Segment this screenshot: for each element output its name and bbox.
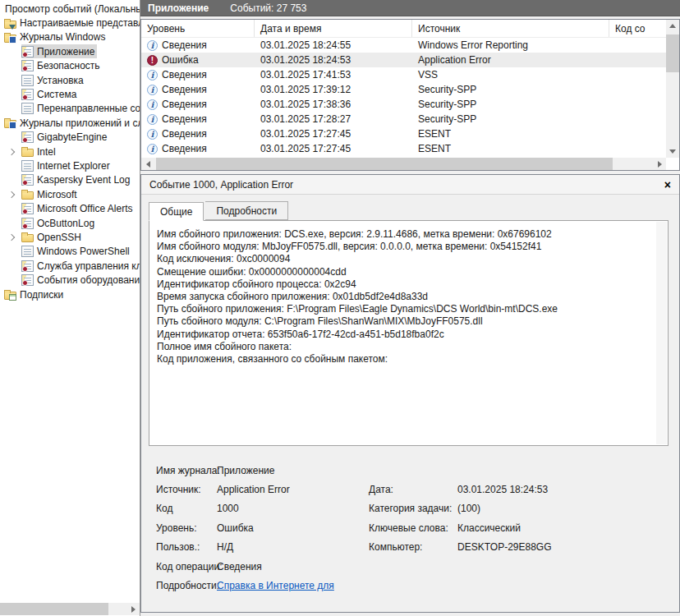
close-icon[interactable]: ×	[664, 179, 671, 191]
tab-details[interactable]: Подробности	[205, 201, 288, 220]
up-arrow-icon	[669, 24, 676, 28]
tree-item-hardware-events[interactable]: События оборудования	[0, 273, 140, 287]
property-label: Ключевые слова:	[369, 522, 457, 534]
details-title: Событие 1000, Application Error	[149, 179, 664, 191]
tree-item-setup-log[interactable]: Установка	[0, 73, 140, 87]
property-label: Имя журнала:	[156, 465, 217, 476]
description-line: Код приложения, связанного со сбойным па…	[157, 353, 648, 365]
tree-item-apps-services-logs[interactable]: Журналы приложений и сл	[0, 116, 140, 130]
event-list-header: Уровень Дата и время Источник Код со	[141, 20, 679, 38]
property-value: Классический	[457, 522, 679, 534]
event-row-selected[interactable]: Ошибка 03.01.2025 18:24:53 Application E…	[141, 53, 679, 67]
tab-general[interactable]: Общие	[149, 202, 204, 221]
chevron-right-icon[interactable]	[7, 190, 16, 200]
event-row[interactable]: Сведения 03.01.2025 17:41:53 VSS	[141, 67, 679, 82]
tree-item-ocbuttonlog[interactable]: OcButtonLog	[0, 216, 140, 230]
event-log-icon	[21, 75, 34, 86]
tree-item-microsoft-office-alerts[interactable]: Microsoft Office Alerts	[0, 201, 140, 215]
event-list-vertical-scrollbar[interactable]	[666, 20, 679, 158]
sidebar-horizontal-scrollbar[interactable]	[0, 603, 140, 615]
tree-item-application-log[interactable]: Приложение	[0, 44, 140, 58]
chevron-right-icon[interactable]	[7, 232, 16, 242]
event-count: Событий: 27 753	[230, 2, 306, 14]
property-label: Код операции:	[156, 561, 217, 572]
description-line: Полное имя сбойного пакета:	[157, 341, 648, 353]
scroll-down-arrow[interactable]	[666, 145, 679, 158]
custom-views-icon	[4, 21, 16, 29]
event-row[interactable]: Сведения 03.01.2025 17:27:45 ESENT	[141, 141, 679, 156]
folder-icon	[21, 191, 34, 200]
console-tree-sidebar: Просмотр событий (Локальнь Настраиваемые…	[0, 0, 140, 616]
tree-item-internet-explorer[interactable]: Internet Explorer	[0, 159, 140, 172]
description-line: Имя сбойного модуля: MbJoyFF0575.dll, ве…	[157, 241, 648, 253]
property-value: Ошибка	[217, 522, 369, 534]
windows-logs-icon	[4, 34, 16, 43]
scrollbar-thumb[interactable]	[0, 603, 108, 615]
information-icon	[147, 40, 158, 51]
tree-item-key-management-service[interactable]: Служба управления клю	[0, 259, 140, 273]
property-row: Уровень: Ошибка Ключевые слова: Классиче…	[156, 518, 679, 537]
event-properties: Имя журнала: Приложение Источник: Applic…	[141, 453, 679, 612]
event-row[interactable]: Сведения 03.01.2025 17:27:45 ESENT	[141, 126, 679, 141]
event-description-box[interactable]: Имя сбойного приложения: DCS.exe, версия…	[149, 220, 669, 446]
description-line: Код исключения: 0xc0000094	[157, 253, 648, 265]
property-value: Сведения	[217, 561, 369, 572]
information-icon	[147, 114, 158, 125]
property-value: 1000	[217, 503, 369, 514]
property-row: Код операции: Сведения	[156, 557, 679, 576]
property-row: Подробности: Справка в Интернете для	[156, 576, 679, 595]
event-log-icon	[21, 103, 34, 114]
event-row[interactable]: Сведения 03.01.2025 18:24:55 Windows Err…	[141, 38, 679, 53]
scroll-right-arrow[interactable]	[126, 603, 140, 615]
property-row: Имя журнала: Приложение	[156, 461, 679, 480]
description-line: Идентификатор отчета: 653f50a6-17f2-42cd…	[157, 329, 648, 341]
information-icon	[147, 129, 158, 140]
tree-item-kaspersky-event-log[interactable]: Kaspersky Event Log	[0, 173, 140, 187]
event-list-pane: Уровень Дата и время Источник Код со Све…	[140, 19, 680, 171]
event-log-icon	[21, 160, 34, 172]
information-icon	[147, 99, 158, 110]
tree-root-event-viewer[interactable]: Просмотр событий (Локальнь	[0, 2, 140, 16]
online-help-link[interactable]: Справка в Интернете для	[217, 580, 369, 591]
error-icon	[147, 55, 158, 66]
property-row: Код 1000 Категория задачи: (100)	[156, 499, 679, 518]
tree-item-forwarded-events[interactable]: Перенаправленные соб	[0, 102, 140, 116]
tree-item-microsoft[interactable]: Microsoft	[0, 187, 140, 201]
property-row: Источник: Application Error Дата: 03.01.…	[156, 480, 679, 499]
details-header: Событие 1000, Application Error ×	[141, 175, 679, 195]
tree-item-windows-logs[interactable]: Журналы Windows	[0, 30, 140, 44]
event-log-icon	[21, 246, 34, 257]
tree-root-label: Просмотр событий (Локальнь	[2, 3, 140, 15]
description-line: Идентификатор сбойного процесса: 0x2c94	[157, 278, 648, 291]
tree-item-subscriptions[interactable]: Подписки	[0, 287, 140, 301]
tree-item-security-log[interactable]: Безопасность	[0, 59, 140, 73]
event-row[interactable]: Сведения 03.01.2025 17:28:27 Security-SP…	[141, 112, 679, 126]
event-list-horizontal-scrollbar[interactable]	[141, 158, 666, 170]
information-icon	[147, 85, 158, 95]
scrollbar-thumb[interactable]	[156, 158, 613, 170]
tree-item-custom-views[interactable]: Настраиваемые представле	[0, 16, 140, 30]
event-row[interactable]: Сведения 03.01.2025 17:38:36 Security-SP…	[141, 97, 679, 112]
tree-item-windows-powershell[interactable]: Windows PowerShell	[0, 245, 140, 259]
event-row[interactable]: Сведения 03.01.2025 17:39:12 Security-SP…	[141, 82, 679, 97]
column-header-source[interactable]: Источник	[412, 20, 609, 37]
property-value: Приложение	[217, 465, 369, 476]
tree-item-system-log[interactable]: Система	[0, 87, 140, 101]
scroll-left-arrow[interactable]	[141, 158, 154, 170]
right-arrow-icon	[658, 161, 662, 168]
scroll-right-arrow[interactable]	[653, 158, 666, 170]
tree-item-intel[interactable]: Intel	[0, 145, 140, 159]
column-header-datetime[interactable]: Дата и время	[255, 20, 412, 37]
column-header-level[interactable]: Уровень	[141, 20, 255, 37]
scrollbar-thumb[interactable]	[666, 34, 679, 72]
property-label: Код	[156, 503, 217, 514]
scroll-up-arrow[interactable]	[666, 20, 679, 32]
property-value: Н/Д	[217, 541, 369, 553]
property-value: (100)	[457, 503, 679, 514]
apps-services-logs-icon	[4, 120, 16, 128]
log-title-bar: Приложение Событий: 27 753	[140, 0, 680, 16]
tree-item-openssh[interactable]: OpenSSH	[0, 230, 140, 244]
tree-item-gigabyteengine[interactable]: GigabyteEngine	[0, 131, 140, 145]
property-label: Подробности:	[156, 580, 217, 591]
chevron-right-icon[interactable]	[7, 147, 16, 157]
